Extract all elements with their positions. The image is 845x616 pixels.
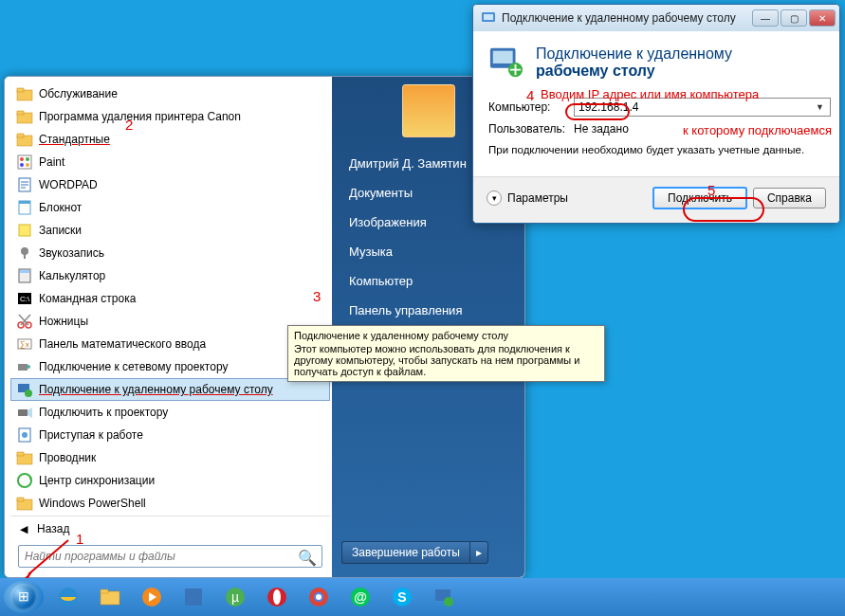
rdp-window: Подключение к удаленному рабочему столу … <box>472 4 840 224</box>
program-item[interactable]: Подключение к удаленному рабочему столу <box>10 378 330 401</box>
taskbar-mail-icon[interactable]: @ <box>341 582 379 612</box>
program-item[interactable]: Обслуживание <box>10 82 330 105</box>
user-value: Не задано <box>574 122 629 136</box>
program-item[interactable]: Подключить к проектору <box>10 401 330 424</box>
svg-rect-5 <box>17 134 24 137</box>
program-item[interactable]: Стандартные <box>10 128 330 151</box>
program-label: WORDPAD <box>39 178 98 191</box>
rdp-logo-icon <box>488 45 524 81</box>
sticky-icon <box>16 222 33 239</box>
minimize-button[interactable]: — <box>752 9 779 27</box>
program-item[interactable]: Paint <box>10 151 330 173</box>
start-right-item[interactable]: Музыка <box>332 237 524 266</box>
program-label: Программа удаления принтера Canon <box>39 110 241 123</box>
connect-button[interactable]: Подключить <box>652 187 747 209</box>
svg-rect-3 <box>17 111 24 115</box>
svg-rect-39 <box>17 452 24 456</box>
program-item[interactable]: Записки <box>10 219 330 242</box>
back-label: Назад <box>37 522 69 535</box>
program-item[interactable]: Центр синхронизации <box>10 469 330 492</box>
program-item[interactable]: Программа удаления принтера Canon <box>10 105 330 128</box>
svg-text:C:\: C:\ <box>20 295 30 303</box>
svg-text:@: @ <box>354 589 367 605</box>
user-avatar[interactable] <box>402 84 455 137</box>
search-box: 🔍 <box>18 545 322 568</box>
close-button[interactable]: ✕ <box>809 9 836 27</box>
svg-point-37 <box>22 432 28 438</box>
tooltip: Подключение к удаленному рабочему столу … <box>287 325 605 382</box>
program-item[interactable]: WORDPAD <box>10 173 330 196</box>
programs-list: ОбслуживаниеПрограмма удаления принтера … <box>10 82 330 516</box>
start-button[interactable] <box>4 581 44 613</box>
program-label: Панель математического ввода <box>39 337 206 351</box>
calc-icon <box>16 267 33 284</box>
options-link[interactable]: Параметры <box>507 191 568 205</box>
search-input[interactable] <box>18 545 322 568</box>
program-label: Центр синхронизации <box>39 474 155 487</box>
svg-point-9 <box>20 163 24 167</box>
start-right-item[interactable]: Компьютер <box>332 266 524 296</box>
program-label: Записки <box>39 224 82 237</box>
program-item[interactable]: Приступая к работе <box>10 424 330 446</box>
rdp-footer: ▾ Параметры Подключить Справка <box>473 176 839 223</box>
program-item[interactable]: ∑xПанель математического ввода <box>10 333 330 355</box>
proj-icon <box>16 404 33 421</box>
program-item[interactable]: Ножницы <box>10 310 330 333</box>
shutdown-button[interactable]: Завершение работы <box>341 541 469 564</box>
program-label: Приступая к работе <box>39 428 143 442</box>
svg-point-18 <box>21 247 28 255</box>
help-button[interactable]: Справка <box>753 188 826 208</box>
sound-icon <box>16 245 33 262</box>
taskbar-skype-icon[interactable]: S <box>383 582 421 612</box>
folder-icon <box>16 108 33 125</box>
folder-icon <box>16 495 33 512</box>
taskbar: µ @ S <box>0 578 845 616</box>
program-item[interactable]: Подключение к сетевому проектору <box>10 355 330 378</box>
svg-rect-43 <box>17 498 24 501</box>
tooltip-body: Этот компьютер можно использовать для по… <box>294 343 598 377</box>
back-button[interactable]: ◀ Назад <box>10 516 330 539</box>
program-item[interactable]: Проводник <box>10 446 330 469</box>
program-label: Подключить к проектору <box>39 406 168 419</box>
program-label: Проводник <box>39 451 96 464</box>
shutdown-group: Завершение работы ▸ <box>341 541 515 564</box>
program-item[interactable]: Калькулятор <box>10 264 330 287</box>
svg-text:∑x: ∑x <box>20 340 29 349</box>
cmd-icon: C:\ <box>16 290 33 307</box>
folder-icon <box>16 131 33 148</box>
shutdown-arrow[interactable]: ▸ <box>469 541 488 564</box>
program-label: Звукозапись <box>39 246 104 260</box>
program-label: Обслуживание <box>39 87 118 100</box>
svg-rect-57 <box>101 589 108 593</box>
taskbar-rdp-icon[interactable] <box>425 582 463 612</box>
taskbar-explorer-icon[interactable] <box>91 582 129 612</box>
program-item[interactable]: C:\Командная строка <box>10 287 330 310</box>
rdp-titlebar[interactable]: Подключение к удаленному рабочему столу … <box>473 5 839 31</box>
explorer-icon <box>16 449 33 466</box>
program-label: Windows PowerShell <box>39 497 146 510</box>
svg-point-10 <box>26 163 29 167</box>
program-item[interactable]: Звукозапись <box>10 242 330 264</box>
disclose-icon[interactable]: ▾ <box>487 190 502 206</box>
start-icon <box>16 426 33 444</box>
taskbar-app-icon[interactable] <box>175 582 212 612</box>
search-icon: 🔍 <box>298 549 317 567</box>
program-item[interactable]: Windows PowerShell <box>10 492 330 515</box>
computer-input[interactable] <box>574 98 831 117</box>
svg-rect-1 <box>17 88 24 92</box>
taskbar-chrome-icon[interactable] <box>300 582 338 612</box>
svg-text:S: S <box>397 589 406 605</box>
taskbar-opera-icon[interactable] <box>258 582 296 612</box>
taskbar-ie-icon[interactable] <box>49 582 87 612</box>
start-right-item[interactable]: Панель управления <box>332 296 524 325</box>
program-label: Подключение к удаленному рабочему столу <box>39 383 273 396</box>
program-label: Стандартные <box>39 133 110 146</box>
program-item[interactable]: Блокнот <box>10 196 330 219</box>
paint-icon <box>16 154 33 171</box>
program-label: Подключение к сетевому проектору <box>39 360 228 373</box>
svg-point-33 <box>25 390 32 397</box>
maximize-button[interactable]: ▢ <box>781 9 807 27</box>
program-label: Командная строка <box>39 292 136 305</box>
taskbar-torrent-icon[interactable]: µ <box>216 582 254 612</box>
taskbar-player-icon[interactable] <box>133 582 171 612</box>
